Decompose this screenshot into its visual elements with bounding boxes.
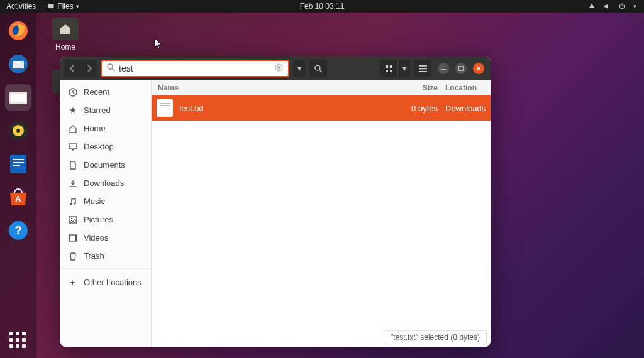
sidebar-item-music[interactable]: Music [60, 192, 151, 210]
svg-rect-12 [13, 162, 24, 163]
sidebar-item-label: Trash [84, 251, 104, 261]
sidebar-item-videos[interactable]: Videos [60, 229, 151, 247]
svg-point-9 [16, 129, 20, 133]
window-titlebar[interactable]: ▾ ▾ [60, 57, 491, 80]
writer-icon [9, 153, 28, 175]
column-header-name[interactable]: Name [152, 84, 404, 92]
clock[interactable]: Feb 10 03:11 [300, 2, 345, 11]
hamburger-icon [419, 65, 427, 72]
sidebar-item-desktop[interactable]: Desktop [60, 138, 151, 156]
svg-rect-25 [390, 70, 392, 72]
files-window: ▾ ▾ Recent ★Starred Home Desktop Documen… [60, 57, 491, 347]
desktop-icon-label: Home [50, 43, 80, 52]
minimize-button[interactable] [438, 63, 449, 74]
clock-icon [68, 87, 77, 97]
svg-rect-33 [72, 149, 74, 151]
dock-files[interactable] [5, 84, 31, 111]
sidebar-item-label: Desktop [84, 142, 114, 151]
search-options-dropdown[interactable]: ▾ [293, 60, 306, 77]
forward-button[interactable] [80, 60, 97, 77]
mouse-cursor [154, 38, 163, 50]
chevron-right-icon [86, 65, 92, 72]
svg-point-35 [74, 202, 75, 204]
network-icon[interactable] [588, 3, 596, 10]
column-header-size[interactable]: Size [404, 84, 443, 92]
view-options-dropdown[interactable]: ▾ [397, 60, 410, 77]
svg-rect-30 [459, 67, 464, 71]
top-menu-bar: Activities Files ▾ Feb 10 03:11 ▾ [0, 0, 644, 13]
shopping-bag-icon: A [8, 188, 29, 207]
clear-search-button[interactable] [275, 63, 283, 73]
svg-rect-40 [75, 235, 77, 241]
sidebar-item-home[interactable]: Home [60, 119, 151, 138]
chevron-left-icon [69, 65, 75, 72]
svg-point-37 [70, 217, 72, 219]
svg-line-18 [112, 68, 114, 71]
sidebar-item-other-locations[interactable]: +Other Locations [60, 273, 151, 291]
back-button[interactable] [64, 60, 80, 77]
sidebar-item-label: Documents [84, 160, 125, 170]
view-grid-button[interactable] [380, 60, 397, 77]
app-menu-label: Files [57, 2, 73, 11]
minimize-icon [441, 66, 446, 71]
maximize-button[interactable] [455, 63, 467, 74]
show-applications-button[interactable] [9, 332, 27, 349]
svg-rect-10 [10, 155, 26, 173]
status-bar: "test.txt" selected (0 bytes) [384, 330, 487, 344]
svg-rect-29 [441, 69, 446, 70]
dock-rhythmbox[interactable] [5, 117, 31, 144]
dock: A ? [0, 13, 36, 358]
power-icon[interactable] [618, 3, 626, 10]
file-list-area: Name Size Location test.txt0 bytesDownlo… [152, 80, 491, 347]
thunderbird-icon [8, 53, 29, 75]
search-field-container [101, 60, 289, 77]
desktop-icon-home[interactable]: Home [50, 18, 80, 52]
hamburger-menu-button[interactable] [414, 60, 431, 77]
file-name: test.txt [179, 104, 404, 113]
file-size: 0 bytes [404, 104, 443, 113]
sidebar-item-documents[interactable]: Documents [60, 156, 151, 174]
dock-libreoffice-writer[interactable] [5, 151, 31, 177]
speaker-icon [8, 120, 29, 141]
files-icon [9, 89, 28, 106]
column-header-location[interactable]: Location [443, 84, 491, 92]
close-icon [476, 66, 481, 71]
sidebar-item-recent[interactable]: Recent [60, 83, 151, 101]
sidebar-item-downloads[interactable]: Downloads [60, 174, 151, 192]
svg-rect-32 [69, 144, 77, 149]
sidebar-separator [60, 269, 151, 269]
svg-rect-27 [419, 68, 427, 69]
sidebar-item-label: Other Locations [84, 278, 142, 287]
svg-rect-28 [419, 71, 427, 72]
search-icon [107, 63, 115, 73]
picture-icon [68, 215, 77, 224]
sidebar-item-starred[interactable]: ★Starred [60, 101, 151, 119]
search-icon [314, 65, 323, 73]
search-toggle-button[interactable] [309, 60, 327, 77]
home-icon [68, 124, 77, 133]
chevron-down-icon[interactable]: ▾ [633, 3, 636, 9]
file-row[interactable]: test.txt0 bytesDownloads [152, 95, 491, 121]
firefox-icon [8, 20, 29, 41]
dock-help[interactable]: ? [5, 217, 31, 244]
svg-point-34 [70, 203, 72, 205]
clear-icon [275, 63, 283, 72]
close-button[interactable] [473, 63, 484, 74]
svg-text:?: ? [15, 224, 22, 237]
dock-firefox[interactable] [5, 18, 31, 44]
desktop-icon [68, 142, 77, 151]
app-menu-files[interactable]: Files ▾ [47, 2, 79, 11]
dock-software[interactable]: A [5, 184, 31, 210]
chevron-down-icon: ▾ [402, 64, 406, 73]
document-icon [68, 160, 77, 170]
sidebar-item-pictures[interactable]: Pictures [60, 210, 151, 229]
plus-icon: + [68, 278, 77, 287]
trash-icon [68, 251, 77, 261]
activities-button[interactable]: Activities [6, 2, 36, 11]
sidebar-item-trash[interactable]: Trash [60, 247, 151, 265]
volume-icon[interactable] [603, 3, 611, 10]
maximize-icon [458, 66, 464, 71]
search-input[interactable] [119, 63, 271, 73]
music-icon [68, 197, 77, 206]
dock-thunderbird[interactable] [5, 51, 31, 77]
